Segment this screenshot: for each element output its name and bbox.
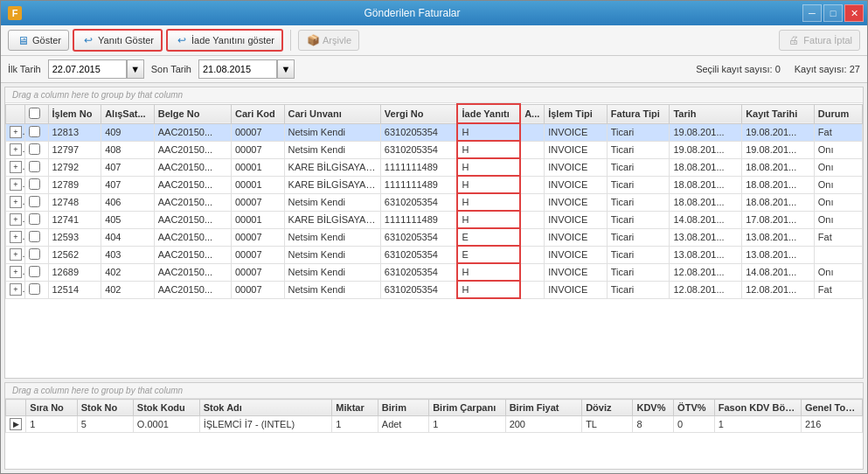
expand-icon[interactable]: ▶ [10, 418, 22, 430]
row-cari-unvan: Netsim Kendi [284, 123, 380, 141]
row-checkbox-cell[interactable] [25, 193, 48, 211]
th-kayit-tarihi[interactable]: Kayıt Tarihi [742, 104, 815, 123]
start-date-dropdown[interactable]: ▼ [127, 59, 144, 79]
row-checkbox-cell[interactable] [25, 158, 48, 176]
row-checkbox-cell[interactable] [25, 246, 48, 263]
expand-icon[interactable]: + [10, 178, 22, 191]
th-birim-fiyat[interactable]: Birim Fiyat [505, 400, 582, 416]
table-row[interactable]: + 12748 406 AAC20150... 00007 Netsim Ken… [6, 193, 863, 211]
row-expand[interactable]: + [6, 281, 25, 298]
row-expand[interactable]: + [6, 176, 25, 193]
th-fason[interactable]: Fason KDV Böleni [714, 400, 801, 416]
select-all-checkbox[interactable] [29, 108, 40, 119]
row-checkbox[interactable] [29, 178, 40, 190]
row-checkbox-cell[interactable] [25, 123, 48, 141]
row-expand[interactable]: + [6, 211, 25, 228]
row-belge-no: AAC20150... [154, 123, 231, 141]
th-islem-no[interactable]: İşlem No [48, 104, 101, 123]
expand-icon[interactable]: + [10, 213, 22, 226]
expand-icon[interactable]: + [10, 196, 22, 208]
close-button[interactable]: ✕ [844, 4, 864, 22]
th-durum[interactable]: Durum [814, 104, 862, 123]
expand-icon[interactable]: + [10, 231, 22, 243]
row-expand[interactable]: + [6, 263, 25, 281]
row-kayit-tarihi: 18.08.201... [742, 158, 815, 176]
row-checkbox-cell[interactable] [25, 176, 48, 193]
th-stok-no[interactable]: Stok No [77, 400, 133, 416]
table-row[interactable]: + 12562 403 AAC20150... 00007 Netsim Ken… [6, 246, 863, 263]
th-vergi-no[interactable]: Vergi No [380, 104, 457, 123]
end-date-dropdown[interactable]: ▼ [277, 59, 295, 79]
row-checkbox-cell[interactable] [25, 211, 48, 228]
expand-icon[interactable]: + [10, 283, 22, 296]
expand-icon[interactable]: + [10, 266, 22, 278]
end-date-input[interactable] [198, 59, 277, 79]
table-row[interactable]: + 12813 409 AAC20150... 00007 Netsim Ken… [6, 123, 863, 141]
row-checkbox[interactable] [29, 213, 40, 225]
row-expand[interactable]: + [6, 141, 25, 158]
table-row[interactable]: + 12514 402 AAC20150... 00007 Netsim Ken… [6, 281, 863, 298]
table-row[interactable]: + 12593 404 AAC20150... 00007 Netsim Ken… [6, 228, 863, 246]
expand-icon[interactable]: + [10, 143, 22, 156]
expand-icon[interactable]: + [10, 126, 22, 138]
th-birim[interactable]: Birim [378, 400, 428, 416]
lower-table-container[interactable]: Drag a column here to group by that colu… [4, 382, 864, 470]
table-row[interactable]: + 12789 407 AAC20150... 00001 KARE BİLGİ… [6, 176, 863, 193]
th-stok-adi[interactable]: Stok Adı [199, 400, 332, 416]
cancel-button[interactable]: 🖨 Fatura İptal [779, 30, 860, 51]
table-row[interactable]: + 12689 402 AAC20150... 00007 Netsim Ken… [6, 263, 863, 281]
row-checkbox-cell[interactable] [25, 228, 48, 246]
th-kdv[interactable]: KDV% [633, 400, 674, 416]
th-birim-carpani[interactable]: Birim Çarpanı [429, 400, 506, 416]
th-otv[interactable]: ÖTV% [674, 400, 715, 416]
expand-icon[interactable]: + [10, 161, 22, 173]
row-expand[interactable]: + [6, 246, 25, 263]
th-cari-kod[interactable]: Cari Kod [231, 104, 284, 123]
table-row[interactable]: + 12792 407 AAC20150... 00001 KARE BİLGİ… [6, 158, 863, 176]
return-reply-button[interactable]: ↩ İade Yanıtını göster [166, 29, 283, 52]
row-checkbox-cell[interactable] [25, 281, 48, 298]
minimize-button[interactable]: ─ [802, 4, 822, 22]
row-expand[interactable]: + [6, 123, 25, 141]
th-tarih[interactable]: Tarih [670, 104, 742, 123]
start-date-input[interactable] [48, 59, 127, 79]
row-checkbox[interactable] [29, 196, 40, 207]
th-iade-yaniti[interactable]: İade Yanıtı [457, 104, 520, 123]
th-fatura-tipi[interactable]: Fatura Tipi [607, 104, 670, 123]
reply-button[interactable]: ↩ Yanıtı Göster [73, 29, 163, 52]
th-a[interactable]: A... [520, 104, 545, 123]
row-fatura-tipi: Ticari [607, 211, 670, 228]
th-islem-tipi[interactable]: İşlem Tipi [545, 104, 608, 123]
row-checkbox[interactable] [29, 266, 40, 277]
show-button[interactable]: 🖥 Göster [8, 30, 69, 51]
upper-table-container[interactable]: Drag a column here to group by that colu… [4, 87, 864, 379]
table-row[interactable]: ▶ 1 5 O.0001 İŞLEMCİ İ7 - (INTEL) 1 Adet… [6, 416, 863, 433]
row-checkbox[interactable] [29, 231, 40, 242]
th-stok-kodu[interactable]: Stok Kodu [133, 400, 199, 416]
row-kdv: 8 [633, 416, 674, 433]
th-sira-no[interactable]: Sıra No [26, 400, 77, 416]
row-expand[interactable]: ▶ [6, 416, 26, 433]
maximize-button[interactable]: □ [823, 4, 843, 22]
row-checkbox[interactable] [29, 161, 40, 172]
row-checkbox[interactable] [29, 126, 40, 137]
table-row[interactable]: + 12797 408 AAC20150... 00007 Netsim Ken… [6, 141, 863, 158]
th-miktar[interactable]: Miktar [332, 400, 378, 416]
th-doviz[interactable]: Döviz [582, 400, 633, 416]
table-row[interactable]: + 12741 405 AAC20150... 00001 KARE BİLGİ… [6, 211, 863, 228]
th-cari-unvan[interactable]: Cari Unvanı [284, 104, 380, 123]
archive-button[interactable]: 📦 Arşivle [298, 30, 359, 51]
row-expand[interactable]: + [6, 158, 25, 176]
th-alis-sat[interactable]: AlışSat... [101, 104, 155, 123]
row-checkbox[interactable] [29, 143, 40, 155]
row-vergi-no: 6310205354 [380, 141, 457, 158]
row-expand[interactable]: + [6, 228, 25, 246]
row-checkbox-cell[interactable] [25, 263, 48, 281]
row-checkbox[interactable] [29, 283, 40, 295]
row-expand[interactable]: + [6, 193, 25, 211]
row-checkbox-cell[interactable] [25, 141, 48, 158]
expand-icon[interactable]: + [10, 248, 22, 261]
th-belge-no[interactable]: Belge No [154, 104, 231, 123]
row-checkbox[interactable] [29, 248, 40, 260]
th-genel-toplam[interactable]: Genel Toplam [801, 400, 862, 416]
